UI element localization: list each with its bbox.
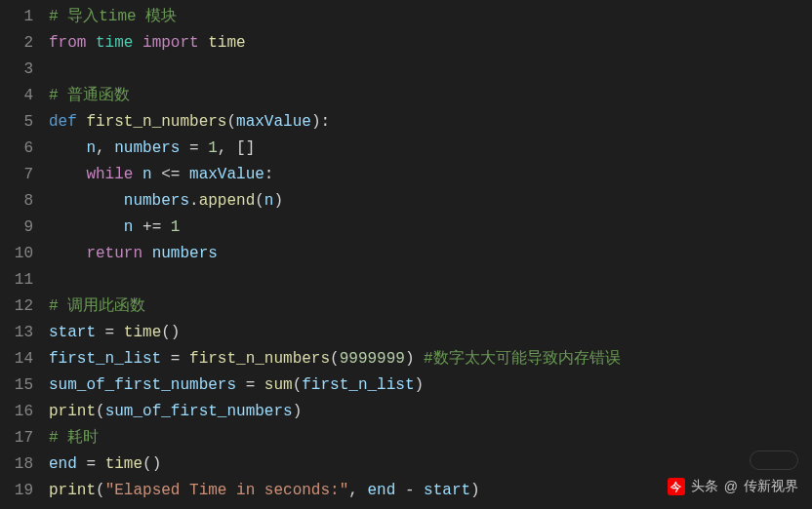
punct-token: : — [264, 166, 274, 183]
operator-token: = — [236, 376, 264, 394]
operator-token: <= — [152, 166, 189, 183]
code-line[interactable]: print(sum_of_first_numbers) — [49, 399, 812, 425]
code-line[interactable]: end = time() — [49, 451, 812, 478]
variable-token: n — [124, 218, 134, 236]
code-line[interactable]: n, numbers = 1, [] — [49, 136, 812, 162]
line-number: 15 — [0, 372, 33, 399]
keyword-token: while — [86, 166, 133, 183]
keyword-token: from — [49, 34, 86, 52]
punct-token: () — [142, 455, 161, 473]
comment-token: # 导入time 模块 — [49, 8, 177, 25]
punct-token: , [] — [218, 139, 255, 157]
string-token: "Elapsed Time in seconds:" — [105, 482, 349, 499]
line-number: 19 — [0, 478, 33, 504]
punct-token: ( — [255, 192, 264, 210]
variable-token: end — [49, 455, 77, 473]
line-number: 16 — [0, 399, 33, 425]
line-number: 9 — [0, 215, 33, 241]
line-number: 6 — [0, 136, 33, 162]
variable-token: end — [367, 482, 395, 499]
watermark-logo-icon: 今 — [668, 478, 685, 495]
code-line[interactable]: n += 1 — [49, 215, 812, 241]
keyword-token: import — [142, 34, 199, 52]
variable-token: sum_of_first_numbers — [105, 403, 293, 420]
line-gutter: 1 2 3 4 5 6 7 8 9 10 11 12 13 14 15 16 1… — [0, 4, 49, 509]
line-number: 17 — [0, 425, 33, 451]
punct-token: ) — [470, 482, 480, 499]
punct-token: ( — [293, 376, 303, 394]
watermark-name: 传新视界 — [744, 478, 798, 495]
line-number: 12 — [0, 294, 33, 320]
variable-token: numbers — [114, 139, 180, 157]
function-call-token: time — [124, 324, 161, 341]
operator-token: = — [96, 324, 124, 341]
comment-token: #数字太大可能导致内存错误 — [424, 350, 621, 368]
code-line[interactable]: sum_of_first_numbers = sum(first_n_list) — [49, 372, 812, 399]
module-token: time — [96, 34, 133, 52]
line-number: 10 — [0, 241, 33, 267]
punct-token: , — [348, 482, 367, 499]
code-line[interactable]: # 导入time 模块 — [49, 4, 812, 30]
line-number: 3 — [0, 57, 33, 83]
punct-token: . — [189, 192, 199, 210]
line-number: 7 — [0, 162, 33, 188]
punct-token: ( — [330, 350, 340, 368]
variable-token: numbers — [124, 192, 189, 210]
comment-token: # 调用此函数 — [49, 297, 145, 315]
function-call-token: time — [105, 455, 142, 473]
watermark-badge — [750, 450, 798, 470]
code-line[interactable]: from time import time — [49, 30, 812, 57]
punct-token: ) — [293, 403, 303, 420]
variable-token: maxValue — [189, 166, 264, 183]
punct-token: ( — [226, 113, 236, 131]
variable-token: start — [49, 324, 96, 341]
variable-token: numbers — [152, 245, 218, 262]
line-number: 11 — [0, 267, 33, 294]
operator-token: = — [161, 350, 189, 368]
code-line[interactable]: def first_n_numbers(maxValue): — [49, 109, 812, 136]
punct-token: ): — [311, 113, 330, 131]
number-token: 9999999 — [340, 350, 405, 368]
function-name-token: first_n_numbers — [86, 113, 226, 131]
punct-token: () — [161, 324, 180, 341]
watermark: 今 头条@传新视界 — [668, 478, 798, 495]
function-call-token: first_n_numbers — [189, 350, 330, 368]
variable-token: n — [142, 166, 152, 183]
variable-token: first_n_list — [302, 376, 414, 394]
number-token: 1 — [171, 218, 181, 236]
code-line[interactable]: # 调用此函数 — [49, 294, 812, 320]
code-line[interactable]: # 耗时 — [49, 425, 812, 451]
code-line[interactable] — [49, 57, 812, 83]
punct-token: , — [96, 139, 114, 157]
code-line[interactable]: return numbers — [49, 241, 812, 267]
comment-token: # 普通函数 — [49, 87, 130, 104]
punct-token: ( — [96, 482, 105, 499]
method-token: append — [199, 192, 256, 210]
code-line[interactable]: while n <= maxValue: — [49, 162, 812, 188]
code-line[interactable]: numbers.append(n) — [49, 188, 812, 215]
line-number: 1 — [0, 4, 33, 30]
code-line[interactable] — [49, 267, 812, 294]
line-number: 13 — [0, 320, 33, 346]
watermark-at: @ — [724, 479, 738, 494]
variable-token: start — [424, 482, 470, 499]
param-token: maxValue — [236, 113, 311, 131]
code-editor[interactable]: 1 2 3 4 5 6 7 8 9 10 11 12 13 14 15 16 1… — [0, 0, 812, 509]
code-line[interactable]: first_n_list = first_n_numbers(9999999) … — [49, 346, 812, 372]
line-number: 4 — [0, 83, 33, 109]
line-number: 18 — [0, 451, 33, 478]
comment-token: # 耗时 — [49, 429, 99, 447]
code-line[interactable]: start = time() — [49, 320, 812, 346]
keyword-token: return — [86, 245, 142, 262]
line-number: 8 — [0, 188, 33, 215]
punct-token: ) — [273, 192, 283, 210]
builtin-token: print — [49, 403, 96, 420]
code-area[interactable]: # 导入time 模块 from time import time # 普通函数… — [49, 4, 812, 509]
punct-token: ) — [414, 376, 424, 394]
operator-token: = — [180, 139, 208, 157]
code-line[interactable]: # 普通函数 — [49, 83, 812, 109]
operator-token: - — [395, 482, 424, 499]
line-number: 14 — [0, 346, 33, 372]
variable-token: sum_of_first_numbers — [49, 376, 236, 394]
builtin-token: print — [49, 482, 96, 499]
